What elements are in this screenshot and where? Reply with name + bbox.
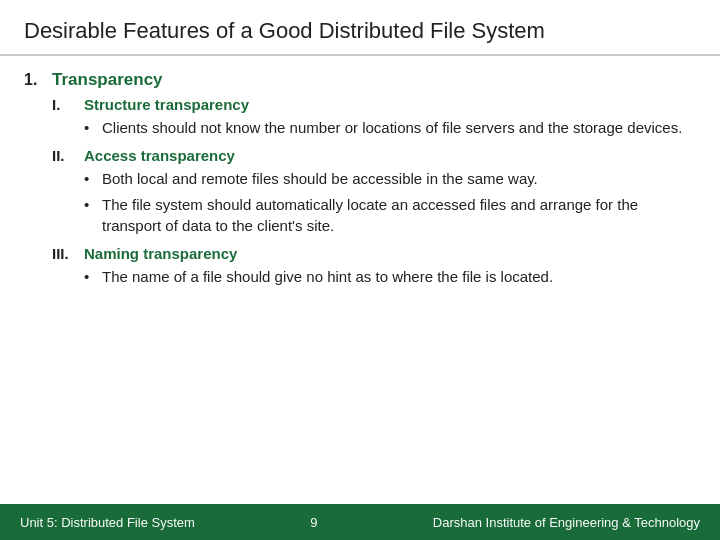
slide-title: Desirable Features of a Good Distributed… [0,0,720,56]
list-item: Both local and remote files should be ac… [84,168,696,190]
list-item: Clients should not know the number or lo… [84,117,696,139]
main-label-1: Transparency [52,70,163,90]
sub-number-ii: II. [52,147,84,164]
sub-section-i: I. Structure transparency Clients should… [52,96,696,139]
slide-container: Desirable Features of a Good Distributed… [0,0,720,540]
main-number-1: 1. [24,71,52,89]
sub-label-ii: Access transparency [84,147,235,164]
sub-section-ii: II. Access transparency Both local and r… [52,147,696,237]
sub-header-iii: III. Naming transparency [52,245,696,262]
bullet-list-iii: The name of a file should give no hint a… [84,266,696,288]
sub-number-i: I. [52,96,84,113]
slide-footer: Unit 5: Distributed File System 9 Darsha… [0,504,720,540]
sub-section-iii: III. Naming transparency The name of a f… [52,245,696,288]
footer-page: 9 [310,515,317,530]
bullet-list-ii: Both local and remote files should be ac… [84,168,696,237]
bullet-list-i: Clients should not know the number or lo… [84,117,696,139]
sub-header-i: I. Structure transparency [52,96,696,113]
sub-number-iii: III. [52,245,84,262]
sub-label-i: Structure transparency [84,96,249,113]
sub-header-ii: II. Access transparency [52,147,696,164]
main-item-header: 1. Transparency [24,70,696,90]
slide-content: 1. Transparency I. Structure transparenc… [0,56,720,504]
list-item: The name of a file should give no hint a… [84,266,696,288]
footer-unit: Unit 5: Distributed File System [20,515,195,530]
footer-institute: Darshan Institute of Engineering & Techn… [433,515,700,530]
list-item: The file system should automatically loc… [84,194,696,238]
sub-label-iii: Naming transparency [84,245,237,262]
main-item-1: 1. Transparency I. Structure transparenc… [24,70,696,288]
